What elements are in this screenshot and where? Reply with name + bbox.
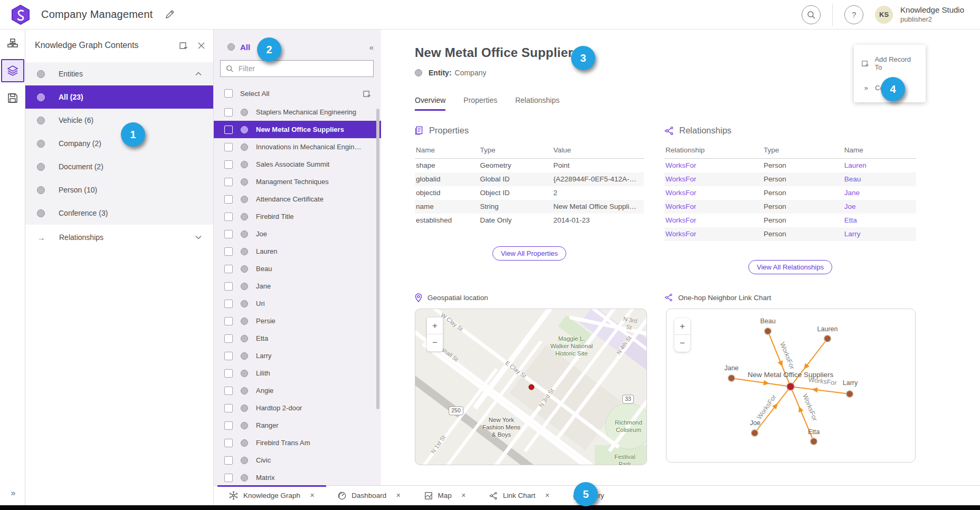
item-checkbox[interactable] (224, 334, 233, 343)
close-tab-icon[interactable]: ✕ (545, 492, 550, 499)
list-item[interactable]: Larry (214, 347, 381, 364)
entities-header-row[interactable]: Entities (25, 62, 213, 85)
collapse-panel-icon[interactable]: « (369, 43, 373, 52)
item-checkbox[interactable] (224, 387, 233, 395)
geospatial-map[interactable]: W Clay StW Marshall StE Clay StN 3rd StN… (415, 309, 647, 465)
list-item[interactable]: Ranger (214, 417, 381, 434)
rail-item-save[interactable] (0, 84, 25, 112)
link-chart-node[interactable] (846, 390, 853, 397)
link-chart-node[interactable] (728, 374, 735, 381)
cell-link[interactable]: WorksFor (664, 214, 763, 227)
list-item[interactable]: Persie (214, 312, 381, 330)
link-chart-node[interactable] (824, 335, 831, 342)
filter-field[interactable] (220, 60, 374, 77)
view-all-relationships-button[interactable]: View All Relationships (748, 260, 832, 274)
list-item[interactable]: Etta (214, 330, 381, 347)
view-all-properties-button[interactable]: View All Properties (492, 246, 566, 261)
list-item[interactable]: Innovations in Mechanical Engin… (214, 138, 381, 156)
zoom-out-button[interactable]: − (674, 335, 690, 352)
item-checkbox[interactable] (224, 160, 233, 169)
item-checkbox[interactable] (224, 213, 233, 221)
list-item[interactable]: Firebird Title (214, 208, 381, 225)
cell-link[interactable]: Etta (843, 214, 916, 227)
cell-link[interactable]: Beau (843, 172, 916, 186)
scrollbar[interactable] (376, 109, 379, 409)
tab-properties[interactable]: Properties (463, 96, 497, 111)
close-tab-icon[interactable]: ✕ (396, 492, 401, 499)
entity-type-row[interactable]: Company (2) (25, 132, 213, 155)
list-item[interactable]: Beau (214, 260, 381, 277)
edit-title-icon[interactable] (165, 10, 174, 20)
menu-item-add-record-to[interactable]: Add Record To (854, 49, 926, 78)
item-checkbox[interactable] (224, 404, 233, 412)
list-item[interactable]: Lilith (214, 364, 381, 382)
cell-link[interactable]: WorksFor (664, 186, 763, 200)
zoom-out-button[interactable]: − (427, 334, 443, 351)
item-checkbox[interactable] (224, 300, 233, 308)
tab-relationships[interactable]: Relationships (515, 96, 559, 111)
link-chart-center-node[interactable] (787, 383, 794, 390)
item-checkbox[interactable] (224, 265, 233, 273)
entity-type-row[interactable]: All (23) (25, 85, 213, 109)
search-button[interactable] (802, 5, 821, 24)
cell-link[interactable]: Larry (843, 227, 916, 241)
close-tab-icon[interactable]: ✕ (310, 492, 315, 499)
cell-link[interactable]: WorksFor (664, 200, 763, 214)
item-checkbox[interactable] (224, 456, 233, 465)
link-chart-node[interactable] (751, 429, 758, 436)
entity-type-row[interactable]: Document (2) (25, 155, 213, 178)
select-all-checkbox[interactable] (224, 89, 233, 98)
list-item[interactable]: Joe (214, 225, 381, 243)
list-item[interactable]: Attendance Certificate (214, 190, 381, 208)
rail-item-contents[interactable] (1, 59, 24, 82)
item-checkbox[interactable] (224, 247, 233, 256)
item-checkbox[interactable] (224, 352, 233, 360)
bottom-tab-knowledge-graph[interactable]: Knowledge Graph✕ (217, 486, 326, 505)
close-tab-icon[interactable]: ✕ (461, 492, 466, 499)
filter-input[interactable] (239, 64, 368, 73)
list-item[interactable]: Staplers Mechanical Engineering (214, 103, 381, 121)
help-button[interactable]: ? (844, 5, 863, 24)
list-item[interactable]: Civic (214, 451, 381, 469)
entity-type-row[interactable]: Conference (3) (25, 201, 213, 225)
zoom-in-button[interactable]: + (674, 318, 690, 335)
list-item[interactable]: Firebird Trans Am (214, 434, 381, 451)
item-checkbox[interactable] (224, 126, 233, 134)
cell-link[interactable]: WorksFor (664, 227, 763, 241)
cell-link[interactable]: Lauren (843, 159, 916, 172)
add-record-icon[interactable] (363, 89, 372, 98)
cell-link[interactable]: Jane (843, 186, 916, 200)
item-checkbox[interactable] (224, 108, 233, 117)
list-item[interactable]: Hardtop 2-door (214, 399, 381, 417)
zoom-in-button[interactable]: + (427, 317, 443, 334)
expand-rail-icon[interactable]: » (0, 488, 25, 498)
link-chart-node[interactable] (765, 328, 772, 334)
list-item[interactable]: Uri (214, 295, 381, 312)
item-checkbox[interactable] (224, 317, 233, 325)
list-item[interactable]: Sales Associate Summit (214, 156, 381, 173)
cell-link[interactable]: WorksFor (664, 172, 763, 186)
chevron-up-icon[interactable] (195, 72, 202, 76)
list-item[interactable]: Managment Techniques (214, 173, 381, 190)
list-item[interactable]: Angie (214, 382, 381, 399)
avatar[interactable]: KS (875, 6, 893, 24)
entity-type-row[interactable]: Vehicle (6) (25, 109, 213, 132)
item-checkbox[interactable] (224, 195, 233, 204)
relationships-header-row[interactable]: → Relationships (25, 225, 213, 250)
item-checkbox[interactable] (224, 178, 233, 186)
one-hop-link-chart[interactable]: WorksForWorksForWorksForWorksForBeauLaur… (666, 309, 916, 463)
list-item[interactable]: New Metal Office Suppliers (214, 121, 381, 138)
item-checkbox[interactable] (224, 143, 233, 151)
tab-overview[interactable]: Overview (415, 96, 445, 111)
bottom-tab-link-chart[interactable]: Link Chart✕ (478, 486, 562, 505)
item-checkbox[interactable] (224, 474, 233, 482)
item-checkbox[interactable] (224, 369, 233, 378)
item-checkbox[interactable] (224, 282, 233, 291)
entity-type-row[interactable]: Person (10) (25, 178, 213, 201)
list-item[interactable]: Jane (214, 277, 381, 295)
rail-item-schema[interactable] (0, 30, 25, 57)
cell-link[interactable]: WorksFor (664, 159, 763, 172)
list-item[interactable]: Matrix (214, 469, 381, 485)
item-checkbox[interactable] (224, 421, 233, 430)
chevron-down-icon[interactable] (195, 235, 202, 239)
